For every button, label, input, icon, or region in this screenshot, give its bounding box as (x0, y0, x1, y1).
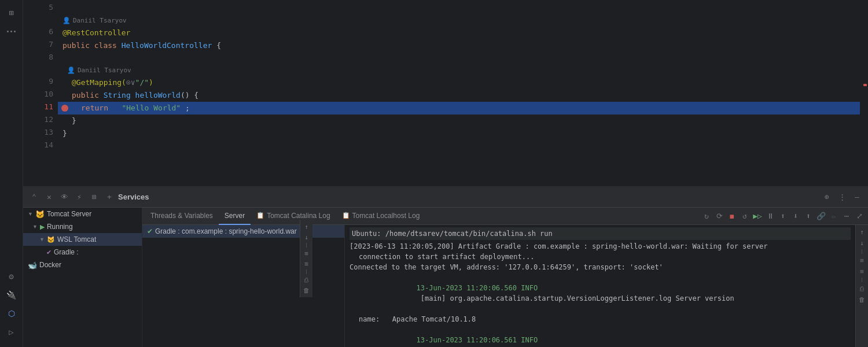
localhost-icon: 📋 (342, 212, 350, 219)
collapse-icon: ▼ (39, 237, 45, 242)
gradle-label: Gradle : (54, 248, 79, 256)
tab-threads[interactable]: Threads & Variables (145, 208, 219, 225)
tree-item-docker[interactable]: 🐋 Docker (23, 259, 142, 271)
plugins-icon[interactable]: 🔌 (3, 287, 20, 303)
services-panel: ⌃ ✕ 👁 ⚡ ⊞ + Services ⊕ ⋮ — ▼ 🐱 Tomcat Se… (23, 186, 868, 347)
collapse-icon: ▼ (32, 224, 38, 230)
print-btn[interactable]: ⎙ (858, 284, 867, 293)
more-options-icon[interactable]: ⋮ (836, 191, 848, 204)
more-toolbar-btn[interactable]: ⋯ (840, 210, 853, 223)
expand-icon[interactable]: ⊕ (821, 191, 833, 204)
gradle-icon: ✔ (46, 249, 52, 256)
edit-pencil-btn[interactable]: ✏ (827, 210, 840, 223)
artifact-down-btn[interactable]: ↓ (302, 232, 311, 242)
tab-localhost[interactable]: 📋 Tomcat Localhost Log (336, 208, 426, 225)
tab-catalina[interactable]: 📋 Tomcat Catalina Log (251, 208, 336, 225)
link-btn[interactable]: 🔗 (815, 210, 827, 223)
console-cmd-line: Ubuntu: /home/dtsarev/tomcat/bin/catalin… (350, 227, 851, 240)
scroll-down-btn[interactable]: ↓ (858, 238, 867, 248)
scroll-up-btn[interactable]: ↑ (858, 227, 867, 237)
tomcat-server-icon: 🐱 (35, 210, 45, 219)
console-content: Ubuntu: /home/dtsarev/tomcat/bin/catalin… (345, 225, 855, 347)
view-icon[interactable]: 👁 (58, 191, 71, 204)
separator (306, 243, 307, 248)
filter-icon[interactable]: ⚡ (73, 191, 86, 204)
expand-console-btn[interactable]: ⤢ (853, 210, 866, 223)
tree-item-running[interactable]: ▼ ▶ Running (23, 220, 142, 233)
group-icon[interactable]: ⊞ (88, 191, 101, 204)
code-line-14 (58, 140, 860, 153)
artifact-print-btn[interactable]: ⎙ (302, 275, 311, 285)
artifact-item[interactable]: ✔ Gradle : com.example : spring-hello-wo… (142, 225, 344, 238)
code-line (58, 2, 860, 15)
right-panel-actions: ↑ ↓ ≡ ≡ ⎙ 🗑 (855, 225, 868, 347)
code-line-9: @GetMapping(⊙∨"/") (58, 76, 860, 89)
expand-collapse-icon[interactable]: ⌃ (28, 191, 41, 204)
upload-btn[interactable]: ⬆ (802, 210, 815, 223)
code-content: 👤 Daniil Tsaryov @RestController public … (58, 0, 860, 186)
services-content: ✔ Gradle : com.example : spring-hello-wo… (142, 225, 868, 347)
more-dots-icon[interactable]: ••• (3, 23, 20, 39)
services-tree: ▼ 🐱 Tomcat Server ▼ ▶ Running ▼ 🐱 WSL To… (23, 208, 142, 347)
tree-item-gradle[interactable]: ✔ Gradle : (23, 246, 142, 259)
stop-server-btn[interactable]: ◼ (726, 210, 738, 223)
soft-wrap-btn[interactable]: ≡ (858, 256, 867, 265)
running-label: Running (47, 223, 73, 231)
console-panel: Ubuntu: /home/dtsarev/tomcat/bin/catalin… (345, 225, 855, 347)
check-icon: ✔ (147, 227, 153, 235)
console-line-4: name: Apache Tomcat/10.1.8 (350, 314, 851, 324)
artifact-up-btn[interactable]: ↑ (302, 225, 311, 231)
rerun-btn[interactable]: ↺ (738, 210, 751, 223)
wsl-icon: 🐱 (47, 236, 55, 243)
refresh-left-btn[interactable]: ↻ (700, 210, 713, 223)
services-header: ⌃ ✕ 👁 ⚡ ⊞ + Services ⊕ ⋮ — (23, 187, 868, 208)
close-icon[interactable]: ✕ (43, 191, 56, 204)
tree-item-tomcat[interactable]: ▼ 🐱 Tomcat Server (23, 208, 142, 220)
add-icon[interactable]: + (103, 191, 116, 204)
collapse-icon: ▼ (28, 211, 33, 217)
tab-bar: Threads & Variables Server 📋 Tomcat Cata… (142, 208, 868, 225)
structure-icon[interactable]: ⊞ (3, 5, 20, 21)
code-container: 5 6 7 8 9 10 11 12 13 14 👤 Daniil Tsa (23, 0, 868, 186)
scroll-end-btn[interactable]: ≡ (858, 267, 867, 276)
artifact-align-btn[interactable]: ≡ (302, 259, 311, 268)
tree-item-wsl[interactable]: ▼ 🐱 WSL Tomcat (23, 233, 142, 246)
artifact-list-btn[interactable]: ≡ (302, 249, 311, 258)
annotation-line: 👤 Daniil Tsaryov (58, 15, 860, 27)
artifact-label: Gradle : com.example : spring-hello-worl… (155, 227, 297, 235)
pause-btn[interactable]: ⏸ (764, 210, 777, 223)
vsep (862, 249, 862, 254)
tomcat-server-label: Tomcat Server (47, 210, 91, 218)
code-line-11: return "Hello World" ; (58, 102, 860, 115)
refresh-right-btn[interactable]: ⟳ (713, 210, 726, 223)
deploy-up-btn[interactable]: ⬆ (777, 210, 789, 223)
docker-label: Docker (39, 261, 61, 269)
settings-gear-icon[interactable]: ⚙ (3, 268, 20, 285)
services-main: Threads & Variables Server 📋 Tomcat Cata… (142, 208, 868, 347)
running-icon: ▶ (40, 223, 45, 231)
run-triangle-icon[interactable]: ▷ (3, 324, 20, 340)
console-line-5: 13-Jun-2023 11:20:06.561 INFO [main] org… (350, 324, 851, 347)
main-content: 5 6 7 8 9 10 11 12 13 14 👤 Daniil Tsa (23, 0, 868, 347)
code-line-8 (58, 52, 860, 65)
editor-area: 5 6 7 8 9 10 11 12 13 14 👤 Daniil Tsa (23, 0, 868, 186)
undeploy-btn[interactable]: ⬇ (789, 210, 802, 223)
docker-icon: 🐋 (28, 261, 37, 270)
console-line-3: 13-Jun-2023 11:20:06.560 INFO [main] org… (350, 272, 851, 314)
left-sidebar: ⊞ ••• ⚙ 🔌 ⬡ ▷ (0, 0, 23, 347)
wsl-label: WSL Tomcat (57, 235, 96, 243)
resume-btn[interactable]: ▶▷ (751, 210, 764, 223)
console-line-1: connection to start artifact deployment.… (350, 252, 851, 262)
artifact-list: ✔ Gradle : com.example : spring-hello-wo… (142, 225, 345, 347)
artifact-delete-btn[interactable]: 🗑 (302, 286, 311, 295)
catalina-icon: 📋 (256, 212, 264, 219)
code-line-6: @RestController (58, 27, 860, 39)
services-icon[interactable]: ⬡ (3, 305, 20, 322)
clear-btn[interactable]: 🗑 (858, 295, 867, 304)
services-title: Services (118, 193, 149, 201)
separator2 (306, 270, 307, 274)
minimize-panel-icon[interactable]: — (851, 191, 863, 204)
code-line-12: } (58, 115, 860, 127)
code-line-10: public String helloWorld () { (58, 89, 860, 102)
tab-server[interactable]: Server (219, 208, 251, 225)
